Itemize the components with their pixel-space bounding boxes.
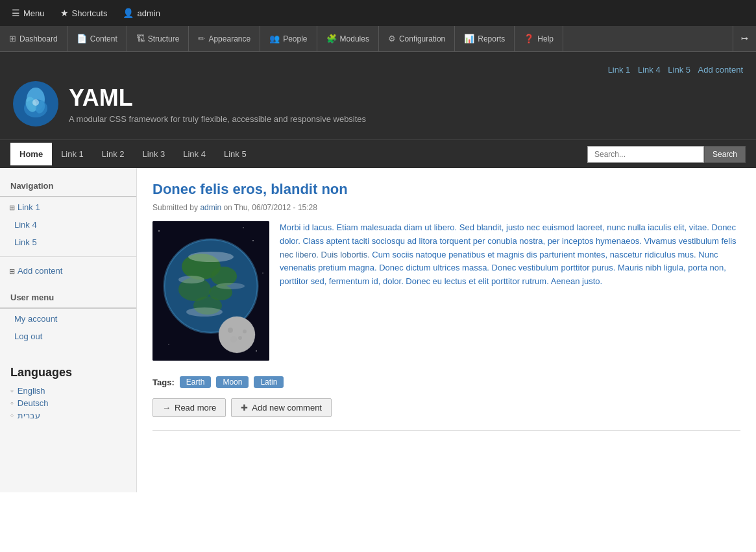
site-header: Link 1 Link 4 Link 5 Add content YAML A … [0,52,756,139]
sidebar: Navigation ⊞Link 1 Link 4 Link 5 ⊞Add co… [0,168,136,492]
nav-content[interactable]: 📄 Content [67,26,127,51]
languages-title: Languages [10,366,126,379]
tag-latin[interactable]: Latin [254,376,284,388]
read-more-label: Read more [175,403,216,413]
sidebar-add-content[interactable]: ⊞Add content [0,262,136,280]
header-add-content[interactable]: Add content [698,65,743,75]
admin-toolbar: ☰ Menu ★ Shortcuts 👤 admin [0,0,756,26]
main-nav-link5[interactable]: Link 5 [215,143,256,165]
search-input[interactable] [587,146,704,163]
svg-point-22 [216,283,245,289]
reports-icon: 📊 [464,34,474,43]
article-link-duis-lobortis[interactable]: Duis lobortis. [321,250,370,259]
collapse-icon: ↦ [741,34,748,43]
menu-icon: ☰ [12,8,20,18]
main-navigation: Home Link 1 Link 2 Link 3 Link 4 Link 5 … [0,139,756,168]
nav-help[interactable]: ❓ Help [515,26,563,51]
site-title-group: YAML A modular CSS framework for truly f… [69,84,366,124]
sidebar-link4[interactable]: Link 4 [0,216,136,234]
main-content: Donec felis eros, blandit non Submitted … [136,168,756,492]
add-comment-label: Add new comment [252,403,322,413]
main-nav-link3[interactable]: Link 3 [134,143,175,165]
article-meta: Submitted by admin on Thu, 06/07/2012 - … [152,203,740,212]
nav-appearance-label: Appearance [208,34,250,43]
nav-bar: ⊞ Dashboard 📄 Content 🏗 Structure ✏ Appe… [0,26,756,52]
article-body-wrapper: Morbi id lacus. Etiam malesuada diam ut … [152,221,740,366]
svg-point-27 [238,336,242,340]
add-expand-icon: ⊞ [9,267,15,275]
nav-reports[interactable]: 📊 Reports [455,26,515,51]
lang-hebrew-link[interactable]: עברית [18,411,40,420]
main-nav-home[interactable]: Home [10,143,52,165]
site-logo [13,81,58,126]
nav-dashboard[interactable]: ⊞ Dashboard [0,26,67,51]
article-title: Donec felis eros, blandit non [152,181,740,198]
svg-point-11 [243,227,244,228]
header-link4[interactable]: Link 4 [638,65,661,75]
tag-earth[interactable]: Earth [180,376,212,388]
main-nav-link2[interactable]: Link 2 [93,143,134,165]
sidebar-my-account[interactable]: My account [0,310,136,328]
header-link5[interactable]: Link 5 [668,65,690,75]
read-more-button[interactable]: → Read more [152,398,226,417]
sidebar-log-out[interactable]: Log out [0,328,136,345]
article-author-link[interactable]: admin [200,203,221,212]
add-comment-button[interactable]: ✚ Add new comment [231,398,332,417]
sidebar-link5[interactable]: Link 5 [0,234,136,251]
svg-point-5 [32,99,39,106]
tags-label: Tags: [152,378,175,387]
nav-people[interactable]: 👥 People [260,26,317,51]
lang-circle-icon2: ○ [10,400,14,406]
svg-point-29 [243,330,247,333]
nav-content-label: Content [90,34,117,43]
search-form: Search [587,146,746,163]
admin-user-button[interactable]: 👤 admin [116,4,166,22]
svg-point-21 [178,276,204,283]
site-branding: YAML A modular CSS framework for truly f… [13,81,743,126]
people-icon: 👥 [269,34,280,43]
nav-structure[interactable]: 🏗 Structure [127,26,189,51]
admin-label: admin [137,8,160,18]
svg-point-23 [186,307,223,317]
site-slogan: A modular CSS framework for truly flexib… [69,114,366,124]
star-icon: ★ [60,8,69,18]
menu-label: Menu [23,8,45,18]
article-link-nec-libero[interactable]: nec libero. [280,250,319,259]
svg-point-7 [158,230,160,232]
lang-hebrew: ○ עברית [10,411,126,420]
modules-icon: 🧩 [326,34,337,43]
header-link1[interactable]: Link 1 [608,65,631,75]
lang-circle-icon: ○ [10,388,14,394]
user-icon: 👤 [123,8,134,18]
lang-english-link[interactable]: English [18,386,45,396]
menu-button[interactable]: ☰ Menu [5,4,51,22]
content-wrapper: Navigation ⊞Link 1 Link 4 Link 5 ⊞Add co… [0,168,756,492]
shortcuts-button[interactable]: ★ Shortcuts [54,4,114,22]
svg-point-28 [230,336,237,342]
nav-people-label: People [283,34,307,43]
main-nav-link1[interactable]: Link 1 [52,143,93,165]
structure-icon: 🏗 [136,34,145,43]
article-actions: → Read more ✚ Add new comment [152,398,740,417]
sidebar-languages-block: Languages ○ English ○ Deutsch ○ עברית [0,355,136,433]
lang-deutsch-link[interactable]: Deutsch [18,398,49,408]
article-body: Morbi id lacus. Etiam malesuada diam ut … [280,221,740,289]
svg-point-9 [262,272,263,274]
main-nav-links: Home Link 1 Link 2 Link 3 Link 4 Link 5 [10,143,587,165]
svg-point-12 [168,344,169,345]
main-nav-link4[interactable]: Link 4 [174,143,215,165]
help-icon: ❓ [524,34,534,43]
nav-modules[interactable]: 🧩 Modules [317,26,379,51]
nav-collapse-button[interactable]: ↦ [733,26,756,51]
sidebar-navigation-block: Navigation ⊞Link 1 Link 4 Link 5 ⊞Add co… [0,178,136,280]
nav-configuration[interactable]: ⚙ Configuration [379,26,455,51]
search-button[interactable]: Search [704,146,746,163]
lang-deutsch: ○ Deutsch [10,398,126,408]
sidebar-link1[interactable]: ⊞Link 1 [0,198,136,216]
sidebar-divider [0,256,136,257]
site-title: YAML [69,84,366,112]
tag-moon[interactable]: Moon [216,376,249,388]
expand-icon: ⊞ [9,204,15,211]
add-comment-icon: ✚ [241,403,248,413]
nav-appearance[interactable]: ✏ Appearance [189,26,260,51]
